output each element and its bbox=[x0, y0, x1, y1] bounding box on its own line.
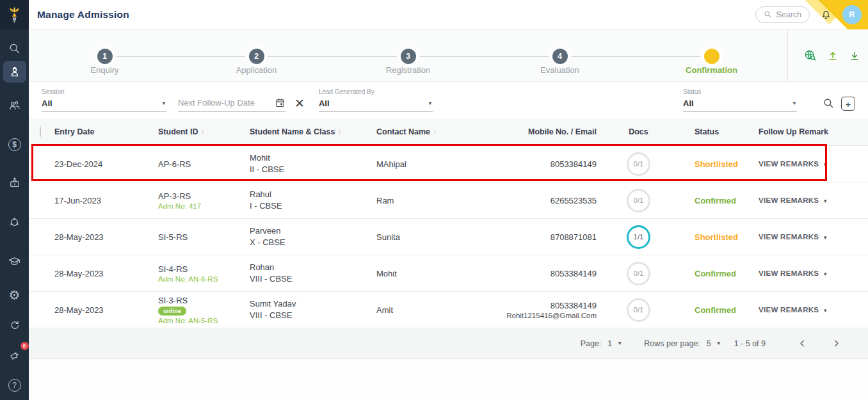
sidebar-bottom: ⚙ 0 ? bbox=[3, 285, 26, 400]
sidebar-item-community[interactable] bbox=[3, 212, 26, 231]
search-icon bbox=[823, 97, 835, 109]
search-icon bbox=[764, 10, 772, 19]
chevron-down-icon: ▼ bbox=[823, 235, 828, 241]
adm-no: Adm No: AN-6-RS bbox=[158, 275, 250, 283]
download-button[interactable] bbox=[849, 50, 860, 61]
chevron-down-icon: ▼ bbox=[617, 340, 622, 346]
status-filter[interactable]: Status All ▼ bbox=[683, 88, 797, 112]
rows-per-page-select[interactable]: 5▼ bbox=[707, 339, 721, 348]
col-contact-name: Contact Name↑ bbox=[376, 127, 483, 136]
sidebar-item-people[interactable] bbox=[3, 95, 26, 115]
docs-count[interactable]: 0/1 bbox=[627, 189, 650, 212]
docs-count-complete[interactable]: 1/1 bbox=[627, 225, 650, 249]
chevron-down-icon: ▼ bbox=[823, 271, 828, 277]
docs-count[interactable]: 0/1 bbox=[627, 152, 650, 176]
status-badge: Confirmed bbox=[675, 196, 752, 205]
add-record-button[interactable]: + bbox=[841, 97, 855, 111]
graduation-cap-icon bbox=[8, 255, 21, 268]
table-row[interactable]: 28-May-2023 SI-5-RS ParveenX - CBSE Suni… bbox=[29, 219, 868, 255]
docs-count[interactable]: 0/1 bbox=[627, 298, 650, 322]
table-row[interactable]: 17-Jun-2023 AP-3-RS Adm No: 417 RahulI -… bbox=[29, 182, 868, 219]
sidebar-item-settings[interactable]: ⚙ bbox=[3, 285, 26, 305]
dollar-icon: $ bbox=[8, 138, 21, 151]
bell-icon bbox=[820, 8, 832, 20]
sidebar-item-academics[interactable] bbox=[3, 252, 26, 271]
page-select[interactable]: 1▼ bbox=[607, 339, 622, 348]
upload-button[interactable] bbox=[827, 50, 839, 61]
step-circle-active bbox=[704, 49, 719, 64]
chevron-down-icon: ▼ bbox=[823, 198, 828, 204]
view-remarks-button[interactable]: VIEW REMARKS▼ bbox=[752, 160, 868, 168]
session-filter[interactable]: Session All ▼ bbox=[42, 88, 166, 112]
table-search-button[interactable] bbox=[823, 97, 835, 109]
admission-stepper: 1 Enquiry 2 Application 3 Registration 4… bbox=[29, 29, 787, 81]
step-enquiry[interactable]: 1 Enquiry bbox=[29, 29, 181, 81]
step-circle: 1 bbox=[97, 49, 113, 64]
mobile-email-cell: 8053384149 bbox=[483, 159, 602, 169]
sort-asc-icon[interactable]: ↑ bbox=[201, 127, 205, 136]
sidebar-item-announcements[interactable]: 0 bbox=[3, 346, 26, 365]
chevron-right-icon bbox=[832, 339, 841, 348]
student-icon bbox=[8, 65, 21, 78]
student-id-cell: AP-6-RS bbox=[158, 159, 250, 169]
view-remarks-button[interactable]: VIEW REMARKS▼ bbox=[752, 306, 868, 314]
contact-name: MAhipal bbox=[376, 159, 483, 169]
status-badge: Shortlisted bbox=[675, 232, 752, 242]
announcement-badge: 0 bbox=[20, 342, 29, 350]
megaphone-icon bbox=[8, 349, 21, 362]
table-row[interactable]: 23-Dec-2024 AP-6-RS MohitII - CBSE MAhip… bbox=[29, 146, 868, 182]
view-remarks-button[interactable]: VIEW REMARKS▼ bbox=[752, 233, 868, 241]
sort-asc-icon[interactable]: ↑ bbox=[337, 127, 341, 136]
table-row[interactable]: 28-May-2023 SI-3-RS online Adm No: AN-5-… bbox=[29, 292, 868, 328]
global-search-input[interactable]: Search bbox=[755, 6, 810, 23]
table-row[interactable]: 28-May-2023 SI-4-RS Adm No: AN-6-RS Roha… bbox=[29, 255, 868, 292]
sort-asc-icon[interactable]: ↑ bbox=[433, 127, 437, 136]
step-label: Application bbox=[181, 65, 332, 75]
sidebar-item-office[interactable] bbox=[3, 173, 26, 193]
download-icon bbox=[849, 50, 860, 61]
sidebar-item-fees[interactable]: $ bbox=[3, 135, 26, 154]
people-icon bbox=[8, 99, 21, 112]
step-registration[interactable]: 3 Registration bbox=[332, 29, 484, 81]
status-badge: Confirmed bbox=[675, 269, 752, 278]
student-name-class: Sumit YadavVIII - CBSE bbox=[250, 298, 376, 321]
view-remarks-button[interactable]: VIEW REMARKS▼ bbox=[752, 269, 868, 277]
session-filter-value: All bbox=[42, 99, 52, 108]
step-circle: 3 bbox=[401, 49, 416, 64]
app-logo[interactable] bbox=[0, 0, 29, 29]
step-circle: 2 bbox=[249, 49, 264, 64]
chevron-down-icon: ▼ bbox=[823, 162, 828, 168]
sidebar-item-search[interactable] bbox=[3, 39, 26, 58]
status-badge: Confirmed bbox=[675, 305, 752, 315]
step-evaluation[interactable]: 4 Evaluation bbox=[484, 29, 636, 81]
sidebar-item-admission[interactable] bbox=[3, 61, 26, 83]
docs-count[interactable]: 0/1 bbox=[627, 262, 650, 285]
col-docs: Docs bbox=[602, 127, 675, 136]
user-avatar[interactable]: R bbox=[842, 5, 862, 24]
step-label: Enquiry bbox=[29, 65, 181, 75]
view-remarks-button[interactable]: VIEW REMARKS▼ bbox=[752, 196, 868, 204]
adm-no: Adm No: 417 bbox=[158, 202, 250, 210]
follow-up-date-filter[interactable]: Next Follow-Up Date bbox=[178, 97, 285, 112]
notifications-button[interactable] bbox=[820, 8, 832, 20]
lead-generated-by-filter[interactable]: Lead Generated By All ▼ bbox=[319, 88, 433, 112]
sidebar-item-sync[interactable] bbox=[3, 316, 26, 335]
student-id-cell: SI-4-RS Adm No: AN-6-RS bbox=[158, 264, 250, 283]
lead-filter-label: Lead Generated By bbox=[319, 88, 433, 95]
clear-date-icon[interactable]: ✕ bbox=[294, 97, 305, 109]
step-confirmation[interactable]: Confirmation bbox=[636, 29, 787, 81]
step-application[interactable]: 2 Application bbox=[181, 29, 332, 81]
mobile-email-cell: 8053384149 Rohit1215416@Gmail.Com bbox=[483, 301, 602, 319]
col-entry-date: Entry Date bbox=[54, 127, 158, 136]
previous-page-button[interactable] bbox=[789, 339, 816, 348]
sidebar-item-help[interactable]: ? bbox=[3, 376, 26, 395]
help-icon: ? bbox=[8, 379, 21, 392]
select-all-checkbox[interactable] bbox=[40, 125, 41, 138]
mobile-email-cell: 8708871081 bbox=[483, 232, 602, 242]
bottom-fill bbox=[29, 359, 868, 400]
web-search-button[interactable] bbox=[803, 49, 817, 62]
entry-date: 28-May-2023 bbox=[54, 232, 158, 242]
globe-search-icon bbox=[803, 49, 817, 62]
adm-no: Adm No: AN-5-RS bbox=[158, 317, 250, 324]
next-page-button[interactable] bbox=[823, 339, 850, 348]
